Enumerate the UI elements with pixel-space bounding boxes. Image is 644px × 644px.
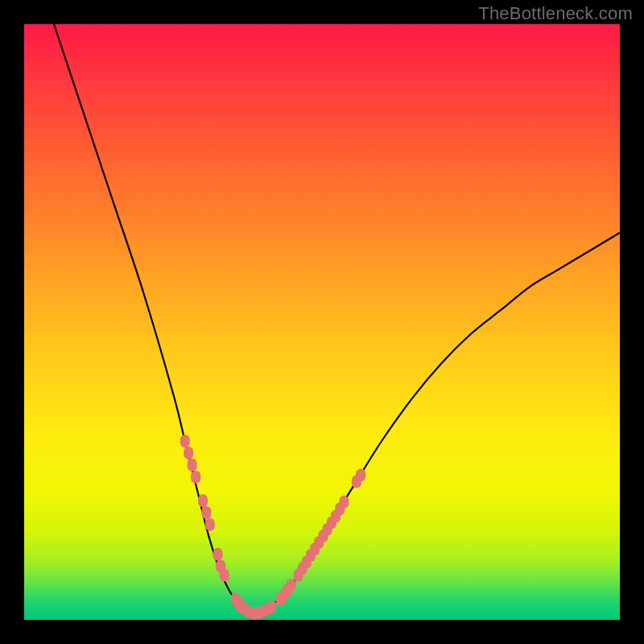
curve-marker bbox=[356, 469, 365, 481]
curve-marker bbox=[184, 447, 193, 460]
bottleneck-curve bbox=[54, 24, 620, 614]
curve-marker bbox=[287, 579, 296, 592]
curve-marker bbox=[339, 495, 349, 508]
curve-marker bbox=[191, 470, 200, 483]
watermark-text: TheBottleneck.com bbox=[478, 3, 633, 24]
curve-marker bbox=[220, 569, 229, 582]
curve-markers bbox=[180, 435, 365, 620]
curve-marker bbox=[266, 601, 276, 613]
curve-marker bbox=[188, 459, 197, 472]
plot-area bbox=[24, 24, 620, 620]
curve-marker bbox=[198, 494, 208, 507]
curve-marker bbox=[205, 518, 215, 531]
curve-marker bbox=[201, 506, 211, 519]
curve-svg bbox=[24, 24, 620, 620]
curve-marker bbox=[180, 435, 190, 448]
curve-marker bbox=[213, 548, 223, 561]
chart-frame: TheBottleneck.com bbox=[0, 0, 644, 644]
